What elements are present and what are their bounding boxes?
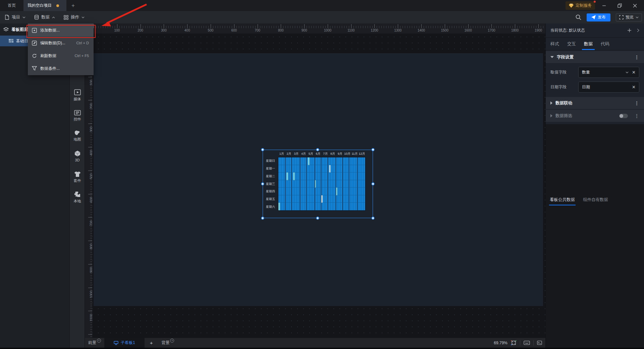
menu-shortcut: Ctrl + D (76, 41, 89, 45)
close-button[interactable] (629, 0, 641, 11)
menu-project[interactable]: 项目 (5, 11, 25, 23)
month-label: 8月 (329, 152, 336, 156)
palette-item-map[interactable]: 地图 (70, 130, 85, 142)
tab-project[interactable]: 我的空白项目 (23, 0, 66, 11)
separator (520, 340, 520, 346)
bottom-bar-right: 69.79% (494, 338, 542, 348)
plus-icon: + (150, 340, 153, 346)
layers-icon (3, 27, 9, 32)
ruler-label: 800 (278, 29, 284, 32)
kebab-menu-icon[interactable]: ⋮ (634, 55, 639, 60)
state-row: 当前状态: 默认状态 (546, 23, 644, 38)
console-icon[interactable] (537, 341, 542, 345)
palette-item-3d[interactable]: 3D (70, 150, 85, 162)
resize-handle-e[interactable] (372, 183, 375, 186)
ruler-label: 1800 (511, 29, 519, 32)
resize-handle-n[interactable] (316, 148, 319, 151)
tab-style[interactable]: 样式 (550, 41, 559, 47)
palette-item-controls[interactable]: 控件 (70, 110, 85, 122)
kebab-menu-icon[interactable]: ⋮ (634, 113, 639, 118)
tab-home[interactable]: 首页 (0, 0, 23, 11)
section-data-linkage[interactable]: 数据联动 ⋮ (546, 97, 644, 109)
tab-component-own-data[interactable]: 组件自有数据 (583, 194, 608, 205)
publish-button[interactable]: 发布 (587, 13, 610, 21)
section-data-filter[interactable]: 数据筛选 ⋮ (546, 110, 644, 122)
tab-code[interactable]: 代码 (601, 41, 609, 47)
minimize-button[interactable] (598, 0, 610, 11)
ruler-label: 200 (138, 29, 143, 32)
tab-project-label: 我的空白项目 (28, 3, 52, 8)
keyboard-icon[interactable] (524, 341, 530, 345)
ruler-label: 1600 (465, 29, 472, 32)
resize-handle-nw[interactable] (261, 148, 264, 151)
active-tab-underline (582, 49, 595, 50)
month-label: 12月 (358, 152, 366, 156)
ruler-label: 100 (90, 80, 92, 86)
tab-data[interactable]: 数据 (584, 41, 593, 47)
menu-item-data-conditions[interactable]: 数据条件... (28, 62, 94, 75)
background-button[interactable]: 背景 + (158, 340, 177, 346)
calendar-heatmap-component[interactable]: 1月2月3月4月5月6月7月8月9月10月11月12月 星期日星期一星期二星期三… (263, 150, 373, 218)
value-field-value: 数量 (582, 69, 590, 75)
foreground-button[interactable]: 前景 + (85, 340, 104, 346)
palette-item-label: 套件 (74, 178, 81, 183)
ruler-label: 1000 (324, 29, 331, 32)
calendar-cell (364, 157, 365, 165)
ruler-label: 1000 (90, 291, 92, 298)
section-field-settings[interactable]: 字段设置 ⋮ (546, 51, 644, 63)
add-state-icon[interactable] (627, 28, 632, 33)
ruler-label: 800 (90, 244, 92, 249)
month-label: 2月 (285, 152, 293, 156)
resize-handle-w[interactable] (261, 183, 264, 186)
palette-item-label: 本地 (74, 199, 81, 204)
preview-button[interactable]: 预览 (616, 13, 642, 21)
menu-data-label: 数据 (41, 14, 50, 20)
palette-item-media[interactable]: 媒体 (70, 89, 85, 102)
puzzle-icon (74, 191, 80, 197)
weekday-label: 星期二 (263, 172, 276, 180)
menu-operations-label: 操作 (71, 14, 79, 20)
data-area: 看板公共数据 组件自有数据 ＋ 添加数据 内存: 290 / 3795 / 40… (546, 124, 644, 348)
clear-icon[interactable]: ✕ (632, 70, 636, 75)
ruler-ticks (92, 24, 545, 28)
date-field-input[interactable]: 日期 ✕ (578, 82, 639, 93)
resize-handle-sw[interactable] (261, 217, 264, 220)
value-field-select[interactable]: 数量 ✕ (578, 67, 639, 78)
custom-service-button[interactable]: 定制服务 (566, 1, 595, 10)
restore-button[interactable] (613, 0, 626, 11)
menu-item-refresh-data[interactable]: 刷新数据 Ctrl + F5 (28, 49, 94, 62)
zoom-level[interactable]: 69.79% (494, 341, 507, 345)
ruler-label: 500 (208, 29, 214, 32)
tab-interaction[interactable]: 交互 (567, 41, 576, 47)
section-title: 字段设置 (557, 54, 574, 60)
search-icon[interactable] (576, 14, 581, 20)
filter-toggle[interactable] (619, 114, 628, 118)
palette-item-local[interactable]: 本地 (70, 191, 85, 204)
subboard-tab[interactable]: 子看板1 (104, 338, 145, 348)
new-tab-button[interactable]: + (66, 0, 80, 11)
menu-operations[interactable]: 操作 (64, 11, 85, 23)
tab-board-shared-data[interactable]: 看板公共数据 (550, 194, 575, 205)
footer-strip (0, 348, 644, 349)
value-field-label: 取值字段 (550, 69, 578, 75)
component-icon (9, 39, 13, 43)
clear-icon[interactable]: ✕ (632, 85, 636, 90)
menu-data[interactable]: 数据 (34, 11, 55, 23)
add-subboard-button[interactable]: + (145, 340, 158, 346)
palette-item-kit[interactable]: 套件 (70, 171, 85, 183)
canvas[interactable]: 1002003004005006007008009001000110012001… (92, 23, 545, 338)
menu-item-edit-data[interactable]: 编辑数据(D)... Ctrl + D (28, 37, 94, 49)
foreground-label: 前景 (88, 340, 96, 346)
chevron-right-icon[interactable] (637, 29, 639, 32)
resize-handle-ne[interactable] (372, 148, 375, 151)
fit-screen-icon[interactable] (511, 340, 517, 345)
current-state-label: 当前状态: 默认状态 (550, 28, 585, 33)
kebab-menu-icon[interactable]: ⋮ (634, 101, 639, 106)
caret-down-icon (550, 56, 554, 58)
board-icon (114, 341, 118, 345)
menu-bar: 项目 数据 操作 (0, 11, 85, 23)
diamond-icon (569, 4, 574, 8)
separator (533, 340, 534, 346)
resize-handle-se[interactable] (372, 217, 375, 220)
resize-handle-s[interactable] (316, 217, 319, 220)
